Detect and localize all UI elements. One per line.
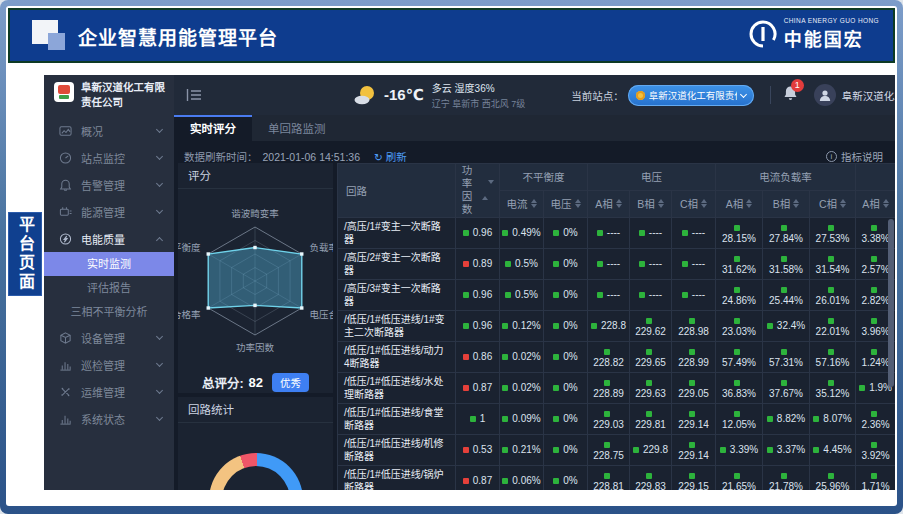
status-dot [639, 292, 645, 298]
metric-cell: 0.06% [500, 465, 544, 490]
col-subheader[interactable]: B相 [630, 190, 672, 217]
col-subheader[interactable]: A相 [588, 190, 630, 217]
status-dot [781, 380, 787, 386]
user-name[interactable]: 阜新汉道化工有限责任公司 [842, 88, 895, 103]
status-dot [639, 261, 645, 267]
metric-cell: 228.98 [672, 310, 716, 341]
sort-icon[interactable] [479, 184, 497, 197]
circuit-name: /低压/1#低压进线/1#变主二次断路器 [338, 310, 456, 341]
metric-cell: 27.53% [810, 217, 856, 248]
metric-cell: 229.14 [672, 403, 716, 434]
brand-mark-icon [747, 18, 779, 50]
col-subheader[interactable]: A相 [716, 190, 763, 217]
svg-text:三相不平衡度: 三相不平衡度 [178, 242, 201, 253]
chevron-down-icon [156, 360, 163, 367]
status-dot [682, 230, 688, 236]
status-dot [871, 442, 877, 448]
status-dot [767, 416, 773, 422]
refresh-time-label: 数据刷新时间： [184, 149, 258, 164]
sort-icon[interactable] [840, 199, 846, 208]
metric-cell: ---- [588, 248, 630, 279]
sidebar-subitem-2[interactable]: 评估报告 [44, 276, 174, 300]
col-subheader[interactable]: C相 [672, 190, 716, 217]
sidebar-item-site-monitor[interactable]: 站点监控 [44, 144, 174, 171]
metric-cell: 37.67% [763, 372, 810, 403]
sort-icon[interactable] [658, 199, 664, 208]
sort-icon[interactable] [616, 199, 622, 208]
sort-icon[interactable] [746, 199, 752, 208]
sidebar-item-label: 概况 [81, 123, 157, 139]
sidebar-item-device[interactable]: 设备管理 [44, 324, 174, 351]
status-dot [682, 261, 688, 267]
status-dot [767, 323, 773, 329]
metric-cell: 3.39% [716, 434, 763, 465]
circuit-name: /低压/1#低压进线/食堂断路器 [338, 403, 456, 434]
table-row: /高压/3#变主一次断路器0.960.5%0%------------24.86… [338, 279, 896, 310]
status-dot [463, 478, 469, 484]
sidebar-item-ops[interactable]: 运维管理 [44, 378, 174, 405]
status-dot [734, 225, 740, 231]
sidebar-subitem-3[interactable]: 三相不平衡分析 [44, 300, 174, 324]
metric-cell: ---- [630, 248, 672, 279]
svg-text:频率合格率: 频率合格率 [178, 309, 201, 320]
metric-cell: 21.78% [763, 465, 810, 490]
metric-cell: 0.5% [500, 248, 544, 279]
sort-icon[interactable] [575, 199, 581, 208]
chevron-down-icon [156, 207, 163, 214]
sidebar-item-alarm[interactable]: 告警管理 [44, 171, 174, 198]
sidebar-item-energy[interactable]: 能源管理 [44, 198, 174, 225]
col-subheader[interactable]: C相 [810, 190, 856, 217]
sidebar-item-overview[interactable]: 概况 [44, 117, 174, 144]
refresh-button[interactable]: ↻ 刷新 [374, 149, 407, 164]
sidebar-subitem-1[interactable]: 实时监测 [44, 252, 174, 276]
sort-icon[interactable] [701, 199, 707, 208]
sort-icon[interactable] [883, 199, 889, 208]
avatar[interactable] [814, 84, 836, 106]
status-dot [646, 473, 652, 479]
tab-2[interactable]: 单回路监测 [252, 115, 342, 141]
metric-cell: 0.96 [456, 217, 500, 248]
sort-icon[interactable] [531, 199, 537, 208]
status-dot [689, 442, 695, 448]
sidebar-item-label: 设备管理 [81, 330, 157, 346]
circuit-name: /低压/1#低压进线/机修断路器 [338, 434, 456, 465]
indicator-help-button[interactable]: i 指标说明 [826, 149, 883, 164]
status-dot [871, 225, 877, 231]
metric-cell: ---- [588, 217, 630, 248]
status-dot [734, 473, 740, 479]
status-dot [828, 349, 834, 355]
col-subheader[interactable]: B相 [763, 190, 810, 217]
status-dot [871, 318, 877, 324]
metric-cell: 0.87 [456, 465, 500, 490]
col-subheader[interactable]: 电压 [544, 190, 588, 217]
status-dot [553, 447, 559, 453]
status-dot [813, 447, 819, 453]
sidebar-item-inspection[interactable]: 巡检管理 [44, 351, 174, 378]
station-selector[interactable]: 阜新汉道化工有限责任公司 [628, 85, 754, 106]
status-dot [734, 380, 740, 386]
metric-cell: 228.82 [588, 341, 630, 372]
menu-fold-icon[interactable] [186, 88, 202, 102]
metric-cell: ---- [672, 279, 716, 310]
sidebar-item-power-quality[interactable]: 电能质量 [44, 225, 174, 252]
status-dot [781, 256, 787, 262]
content-area: 数据刷新时间： 2021-01-06 14:51:36 ↻ 刷新 i 指标说明 … [174, 141, 895, 490]
tab-1[interactable]: 实时评分 [174, 115, 252, 141]
metric-cell: 229.05 [672, 372, 716, 403]
notifications-button[interactable]: 1 [783, 85, 798, 105]
scrollbar-thumb[interactable] [888, 219, 894, 387]
status-dot [502, 478, 508, 484]
col-subheader[interactable]: 电流 [500, 190, 544, 217]
status-dot [646, 318, 652, 324]
metric-cell: 4.45% [810, 434, 856, 465]
refresh-time: 2021-01-06 14:51:36 [263, 151, 361, 163]
col-header-power-factor[interactable]: 功率因数 [456, 164, 500, 218]
metric-cell: ---- [588, 279, 630, 310]
alarm-icon [59, 178, 72, 192]
sort-icon[interactable] [793, 199, 799, 208]
sidebar: 阜新汉道化工有限责任公司 概况站点监控告警管理能源管理电能质量实时监测评估报告三… [44, 75, 174, 490]
refresh-row: 数据刷新时间： 2021-01-06 14:51:36 ↻ 刷新 [184, 149, 407, 164]
col-subheader[interactable]: A相 [856, 190, 895, 217]
table-row: /高压/1#变主一次断路器0.960.49%0%------------28.1… [338, 217, 896, 248]
sidebar-item-system[interactable]: 系统状态 [44, 405, 174, 432]
